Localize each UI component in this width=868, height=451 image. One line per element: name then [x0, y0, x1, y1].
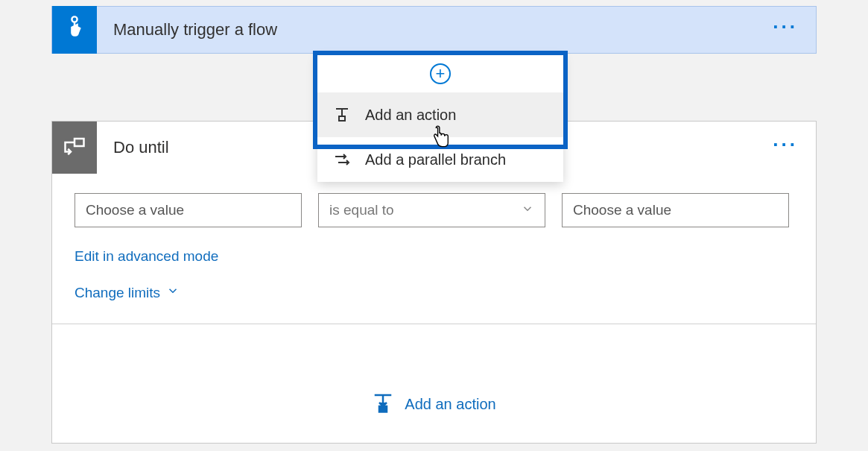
do-until-more-button[interactable]: ··· — [755, 141, 816, 148]
svg-rect-8 — [339, 116, 345, 121]
edit-advanced-mode-label: Edit in advanced mode — [75, 248, 218, 265]
insert-step-popup: + Add an action Add a parallel branch — [317, 55, 563, 182]
do-until-icon — [63, 135, 86, 160]
trigger-title: Manually trigger a flow — [97, 20, 755, 40]
insert-step-plus-row[interactable]: + — [317, 55, 563, 92]
trigger-more-button[interactable]: ··· — [755, 23, 816, 31]
plus-circle-icon: + — [430, 63, 451, 84]
manual-trigger-icon — [63, 15, 86, 45]
chevron-down-icon — [521, 202, 534, 219]
do-until-icon-box — [52, 122, 97, 174]
add-action-footer-label: Add an action — [405, 396, 495, 413]
condition-row: is equal to — [75, 193, 793, 227]
popup-add-parallel-branch[interactable]: Add a parallel branch — [317, 137, 563, 182]
trigger-card[interactable]: Manually trigger a flow ··· — [51, 6, 817, 54]
change-limits-link[interactable]: Change limits — [75, 284, 180, 301]
popup-add-parallel-label: Add a parallel branch — [365, 151, 506, 168]
edit-advanced-mode-link[interactable]: Edit in advanced mode — [75, 248, 218, 265]
parallel-branch-icon — [332, 151, 352, 168]
svg-rect-2 — [75, 139, 84, 146]
add-action-icon — [332, 106, 352, 124]
condition-right-input[interactable] — [562, 193, 789, 227]
trigger-icon-box — [52, 6, 97, 54]
chevron-down-icon — [166, 284, 180, 301]
condition-operator-select[interactable]: is equal to — [318, 193, 545, 227]
svg-point-0 — [72, 16, 77, 22]
add-action-icon — [372, 391, 394, 417]
popup-add-action[interactable]: Add an action — [317, 92, 563, 137]
add-action-footer-button[interactable]: Add an action — [75, 324, 793, 435]
condition-operator-label: is equal to — [329, 202, 394, 218]
condition-left-input[interactable] — [75, 193, 302, 227]
popup-add-action-label: Add an action — [365, 107, 456, 124]
change-limits-label: Change limits — [75, 285, 160, 301]
